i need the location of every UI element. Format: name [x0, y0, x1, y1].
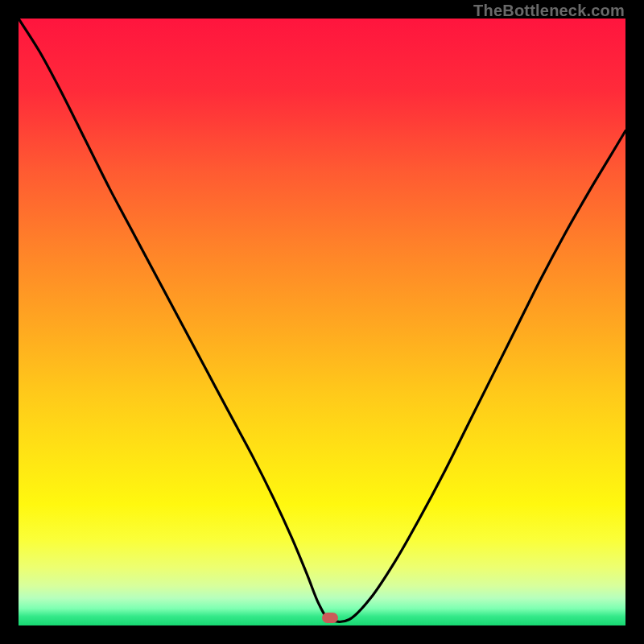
bottleneck-plot — [19, 19, 625, 625]
chart-frame: TheBottleneck.com — [0, 0, 644, 644]
optimal-point-marker — [322, 613, 338, 623]
watermark-label: TheBottleneck.com — [473, 2, 625, 20]
gradient-background — [19, 19, 625, 625]
